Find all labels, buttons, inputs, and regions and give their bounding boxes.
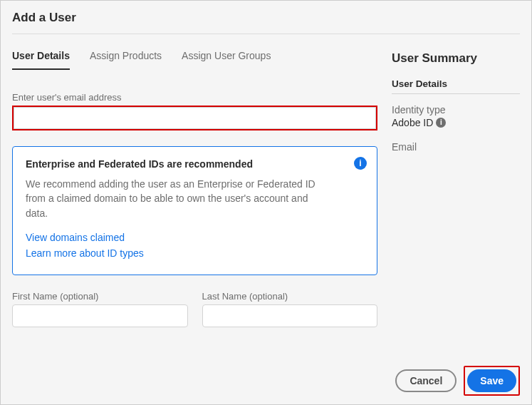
name-row: First Name (optional) Last Name (optiona… xyxy=(12,291,377,327)
id-recommendation-callout: i Enterprise and Federated IDs are recom… xyxy=(12,146,377,275)
first-name-field: First Name (optional) xyxy=(12,291,188,327)
link-learn-more-id-types[interactable]: Learn more about ID types xyxy=(26,247,365,259)
save-button[interactable]: Save xyxy=(467,369,516,392)
link-view-domains-claimed[interactable]: View domains claimed xyxy=(26,232,365,243)
dialog-title: Add a User xyxy=(12,11,520,25)
summary-email-label: Email xyxy=(392,141,520,153)
summary-section-label: User Details xyxy=(392,78,520,94)
summary-identity-type-value: Adobe ID i xyxy=(392,117,520,128)
info-icon[interactable]: i xyxy=(436,118,446,128)
email-input[interactable] xyxy=(14,107,376,129)
save-button-highlight: Save xyxy=(464,366,520,396)
callout-body: We recommend adding the user as an Enter… xyxy=(26,177,332,220)
main-row: User Details Assign Products Assign User… xyxy=(12,50,520,359)
last-name-label: Last Name (optional) xyxy=(202,291,378,302)
footer: Cancel Save xyxy=(12,359,520,396)
last-name-field: Last Name (optional) xyxy=(202,291,378,327)
info-icon[interactable]: i xyxy=(354,157,367,170)
last-name-input[interactable] xyxy=(202,304,378,327)
tab-assign-user-groups[interactable]: Assign User Groups xyxy=(182,50,271,70)
callout-title: Enterprise and Federated IDs are recomme… xyxy=(26,158,365,170)
tabs: User Details Assign Products Assign User… xyxy=(12,50,377,71)
add-user-dialog: Add a User User Details Assign Products … xyxy=(1,1,531,404)
cancel-button[interactable]: Cancel xyxy=(395,369,457,392)
tab-assign-products[interactable]: Assign Products xyxy=(90,50,162,70)
tab-user-details[interactable]: User Details xyxy=(12,50,70,70)
right-column: User Summary User Details Identity type … xyxy=(392,50,520,359)
left-column: User Details Assign Products Assign User… xyxy=(12,50,377,359)
summary-identity-type-label: Identity type xyxy=(392,104,520,116)
first-name-input[interactable] xyxy=(12,304,188,327)
email-label: Enter user's email address xyxy=(12,92,377,103)
divider xyxy=(12,34,520,34)
summary-title: User Summary xyxy=(392,51,520,66)
first-name-label: First Name (optional) xyxy=(12,291,188,302)
email-input-highlight xyxy=(12,106,377,130)
identity-type-text: Adobe ID xyxy=(392,117,433,128)
